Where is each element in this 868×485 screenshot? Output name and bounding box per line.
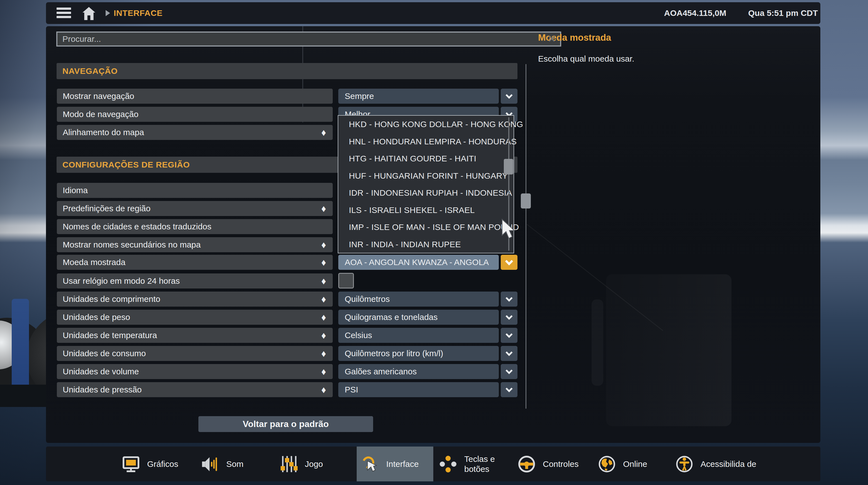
setting-label-unidades-volume: Unidades de volume ◆ (57, 364, 333, 379)
modified-marker: ◆ (321, 364, 326, 379)
mouse-cursor (501, 218, 517, 242)
dropdown-unidades-temperatura[interactable]: Celsius (338, 328, 499, 343)
setting-label-unidades-pressao: Unidades de pressão ◆ (57, 382, 333, 397)
sliders-icon (280, 455, 298, 473)
currency-option[interactable]: HKD - HONG KONG DOLLAR - HONG KONG (338, 116, 514, 133)
setting-label-unidades-temperatura: Unidades de temperatura ◆ (57, 328, 333, 343)
page-scrollbar-track[interactable] (526, 64, 526, 408)
dropdown-button-mostrar-navegacao[interactable] (501, 89, 518, 104)
setting-label-relogio-24h: Usar relógio em modo 24 horas ◆ (57, 273, 333, 289)
tab-som[interactable]: Som (201, 447, 244, 481)
modified-marker: ◆ (321, 310, 326, 325)
modified-marker: ◆ (321, 273, 326, 289)
dropdown-button-moeda-mostrada[interactable] (501, 255, 518, 270)
modified-marker: ◆ (321, 292, 326, 307)
breadcrumb-chevron-icon (105, 10, 110, 16)
accessibility-icon (676, 455, 693, 473)
globe-icon (598, 455, 616, 473)
tab-interface[interactable]: Interface (361, 447, 419, 481)
setting-label-unidades-comprimento: Unidades de comprimento ◆ (57, 292, 333, 307)
currency-option[interactable]: INR - INDIA - INDIAN RUPEE (338, 236, 514, 253)
setting-label-modo-navegacao: Modo de navegação (57, 107, 333, 122)
clear-search-icon[interactable]: ✕ (545, 31, 559, 47)
modified-marker: ◆ (321, 255, 326, 270)
reset-defaults-button[interactable]: Voltar para o padrão (198, 416, 373, 432)
setting-label-unidades-peso: Unidades de peso ◆ (57, 310, 333, 325)
chevron-down-icon (504, 330, 514, 340)
dropdown-mostrar-navegacao[interactable]: Sempre (338, 89, 499, 104)
setting-label-alinhamento-mapa: Alinhamento do mapa ◆ (57, 125, 333, 140)
chevron-down-icon (504, 294, 514, 304)
tab-jogo[interactable]: Jogo (280, 447, 323, 481)
modified-marker: ◆ (321, 328, 326, 343)
dropdown-button-unidades-temperatura[interactable] (501, 328, 518, 343)
tab-teclas-e-botoes[interactable]: Teclas e botões (439, 447, 515, 481)
modified-marker: ◆ (321, 382, 326, 397)
currency-option[interactable]: IMP - ISLE OF MAN - ISLE OF MAN POUND (338, 218, 514, 236)
dropdown-unidades-peso[interactable]: Quilogramas e toneladas (338, 310, 499, 325)
modified-marker: ◆ (321, 201, 326, 216)
datetime-display: Qua 5:51 pm CDT (748, 2, 818, 24)
home-icon[interactable] (82, 6, 96, 20)
top-bar: INTERFACE AOA454.115,0M Qua 5:51 pm CDT (46, 2, 820, 24)
dropdown-button-unidades-pressao[interactable] (501, 382, 518, 397)
setting-label-unidades-consumo: Unidades de consumo ◆ (57, 346, 333, 361)
section-header-navigation: NAVEGAÇÃO (57, 63, 518, 79)
currency-option[interactable]: ILS - ISRAELI SHEKEL - ISRAEL (338, 202, 514, 219)
setting-label-nomes-cidades: Nomes de cidades e estados traduzidos (57, 219, 333, 234)
chevron-down-icon (504, 348, 514, 359)
settings-panel: ✕ NAVEGAÇÃO Mostrar navegação Sempre Mod… (46, 26, 820, 443)
steering-wheel-icon (518, 455, 535, 473)
truck-tire-shadow (0, 385, 50, 407)
currency-option[interactable]: HUF - HUNGARIAN FORINT - HUNGARY (338, 167, 514, 184)
chevron-down-icon (504, 367, 514, 376)
modified-marker: ◆ (321, 237, 326, 252)
modified-marker: ◆ (321, 346, 326, 361)
dropdown-unidades-volume[interactable]: Galões americanos (338, 364, 499, 379)
setting-label-predefinicoes-regiao: Predefinições de região ◆ (57, 201, 333, 216)
setting-label-moeda-mostrada: Moeda mostrada ◆ (57, 255, 333, 270)
search-input[interactable] (56, 31, 561, 47)
dropdown-button-unidades-volume[interactable] (501, 364, 518, 379)
chevron-down-icon (504, 385, 514, 395)
tab-controles[interactable]: Controles (518, 447, 579, 481)
gamepad-buttons-icon (439, 455, 457, 473)
tab-graficos[interactable]: Gráficos (122, 447, 178, 481)
dropdown-button-unidades-peso[interactable] (501, 310, 518, 325)
speaker-icon (201, 455, 219, 473)
currency-option[interactable]: HNL - HONDURAN LEMPIRA - HONDURAS (338, 133, 514, 150)
chevron-down-icon (504, 91, 514, 101)
dropdown-moeda-mostrada[interactable]: AOA - ANGOLAN KWANZA - ANGOLA (338, 255, 499, 270)
currency-option[interactable]: IDR - INDONESIAN RUPIAH - INDONESIA (338, 184, 514, 202)
monitor-icon (122, 455, 140, 473)
page-scrollbar-thumb[interactable] (521, 193, 531, 209)
menu-icon[interactable] (57, 7, 71, 19)
setting-label-mostrar-navegacao: Mostrar navegação (57, 89, 333, 104)
tab-online[interactable]: Online (598, 447, 647, 481)
currency-option[interactable]: HTG - HAITIAN GOURDE - HAITI (338, 150, 514, 167)
setting-label-nomes-secundarios: Mostrar nomes secundários no mapa ◆ (57, 237, 333, 252)
chevron-down-icon (503, 257, 515, 268)
setting-label-idioma: Idioma (57, 183, 333, 198)
background-truck-pillar (592, 299, 603, 386)
dropdown-unidades-consumo[interactable]: Quilômetros por litro (km/l) (338, 346, 499, 361)
chevron-down-icon (504, 312, 514, 322)
money-display: AOA454.115,0M (664, 2, 726, 24)
dropdown-button-unidades-consumo[interactable] (501, 346, 518, 361)
checkbox-relogio-24h[interactable] (338, 273, 354, 289)
breadcrumb: INTERFACE (114, 2, 162, 24)
dropdown-button-unidades-comprimento[interactable] (501, 292, 518, 307)
dropdown-scrollbar-thumb[interactable] (504, 159, 513, 175)
currency-dropdown-list: HKD - HONG KONG DOLLAR - HONG KONG HNL -… (338, 115, 514, 253)
background-truck-grille (606, 274, 732, 426)
tab-acessibilidade[interactable]: Acessibilida de (676, 447, 758, 481)
dropdown-unidades-pressao[interactable]: PSI (338, 382, 499, 397)
modified-marker: ◆ (321, 125, 326, 140)
settings-tab-bar: Gráficos Som Jogo Interface (46, 447, 820, 481)
cursor-click-icon (361, 455, 379, 473)
help-panel-description: Escolha qual moeda usar. (538, 54, 634, 64)
dropdown-unidades-comprimento[interactable]: Quilômetros (338, 292, 499, 307)
